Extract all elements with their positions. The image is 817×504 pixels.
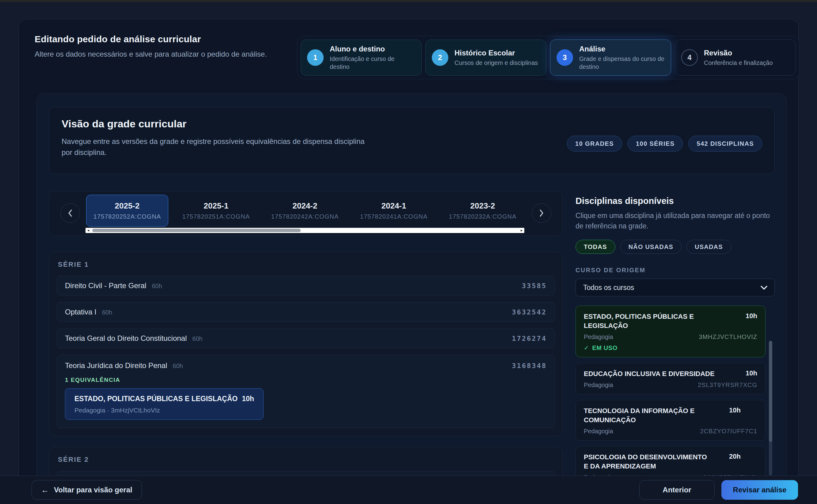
serie-1-label: SÉRIE 1 (58, 261, 555, 269)
discipline-card-title: PSICOLOGIA DO DESENVOLVIMENTO E DA APREN… (584, 453, 713, 471)
discipline-row[interactable]: Direito Civil - Parte Geral 60h 33585 (57, 276, 555, 295)
grid-overview-header: Visão da grade curricular Navegue entre … (49, 107, 775, 174)
grade-version-tabs: 2025-2 1757820252A:COGNA 2025-1 17578202… (49, 191, 563, 236)
discipline-hours: 60h (192, 335, 202, 342)
discipline-card-hours: 10h (746, 312, 757, 330)
review-analysis-button[interactable]: Revisar análise (721, 480, 798, 500)
disciplines-count-badge: 542 DISCIPLINAS (688, 136, 762, 152)
edit-analysis-card: Editando pedido de análise curricular Al… (18, 19, 799, 504)
grid-overview-title: Visão da grade curricular (62, 118, 762, 130)
version-tab-code: 1757820241A:COGNA (360, 213, 427, 220)
tabs-horizontal-scrollbar[interactable]: ◂ ▸ (85, 228, 524, 233)
grid-overview-description: Navegue entre as versões da grade e regi… (62, 136, 368, 158)
back-button-label: Voltar para visão geral (54, 486, 132, 494)
page-header: Editando pedido de análise curricular Al… (35, 34, 286, 59)
discipline-card-title: EDUCAÇÃO INCLUSIVA E DIVERSIDADE (584, 369, 715, 378)
filter-usadas[interactable]: USADAS (687, 240, 731, 254)
disciplines-list: ESTADO, POLITICAS PÚBLICAS E LEGISLAÇÃO … (575, 306, 766, 504)
tabs-prev-button[interactable] (60, 203, 80, 223)
tabs-next-button[interactable] (532, 203, 551, 223)
equivalence-meta: Pedagogia · 3mHzjVCtLhoVIz (74, 407, 254, 414)
discipline-card-code: 2CBZYO7IUFF7C1 (700, 428, 757, 435)
discipline-row[interactable]: Optativa I 60h 3632542 (57, 302, 555, 322)
discipline-card-code: 3MHZJVCTLHOVIZ (699, 333, 757, 340)
step-analise[interactable]: 3 Análise Grade e dispensas do curso de … (550, 39, 671, 76)
discipline-card-course: Pedagogia (584, 333, 613, 340)
sidebar-title: Disciplinas disponíveis (575, 196, 775, 206)
step-aluno-e-destino[interactable]: 1 Aluno e destino Identificação e curso … (301, 39, 422, 76)
footer-action-bar: ← Voltar para visão geral Anterior Revis… (0, 476, 817, 504)
step-3-number: 3 (556, 49, 573, 66)
discipline-hours: 60h (152, 283, 162, 290)
version-tab-2024-2[interactable]: 2024-2 1757820242A:COGNA (264, 195, 346, 227)
discipline-hours: 60h (102, 309, 112, 316)
discipline-card[interactable]: EDUCAÇÃO INCLUSIVA E DIVERSIDADE 10h Ped… (575, 363, 766, 394)
version-tab-2024-1[interactable]: 2024-1 1757820241A:COGNA (353, 195, 435, 227)
discipline-name: Teoria Jurídica do Direito Penal (65, 361, 167, 370)
version-tab-code: 1757820251A:COGNA (182, 213, 250, 220)
discipline-name: Direito Civil - Parte Geral (65, 281, 146, 290)
discipline-card[interactable]: TECNOLOGIA DA INFORMAÇÃO E COMUNICAÇÃO 1… (575, 400, 766, 441)
filter-nao-usadas[interactable]: NÃO USADAS (620, 240, 682, 254)
course-select-value: Todos os cursos (583, 284, 634, 292)
step-1-subtitle: Identificação e curso de destino (330, 55, 415, 71)
discipline-name: Optativa I (65, 308, 96, 316)
equivalence-hours: 10h (242, 395, 254, 403)
version-tab-2025-1[interactable]: 2025-1 1757820251A:COGNA (175, 195, 257, 227)
discipline-row[interactable]: Teoria Geral do Direito Constitucional 6… (57, 329, 555, 348)
version-tab-2023-2[interactable]: 2023-2 1757820232A:COGNA (442, 195, 524, 227)
grid-overview-badges: 10 GRADES 100 SÉRIES 542 DISCIPLINAS (567, 136, 762, 152)
step-4-number: 4 (681, 49, 698, 66)
scrollbar-thumb[interactable] (769, 341, 772, 442)
version-tab-year: 2024-1 (382, 201, 406, 211)
version-tabs-row: 2025-2 1757820252A:COGNA 2025-1 17578202… (86, 195, 524, 227)
review-button-label: Revisar análise (733, 486, 787, 494)
discipline-hours: 60h (173, 363, 183, 370)
step-4-title: Revisão (704, 49, 773, 57)
previous-button[interactable]: Anterior (639, 480, 715, 500)
serie-1-card: SÉRIE 1 Direito Civil - Parte Geral 60h … (49, 252, 563, 436)
step-1-title: Aluno e destino (330, 45, 415, 53)
page-subtitle: Altere os dados necessários e salve para… (35, 49, 286, 59)
discipline-code: 33585 (522, 282, 547, 290)
version-tab-year: 2024-2 (293, 201, 318, 211)
sidebar-description: Clique em uma disciplina já utilizada pa… (575, 210, 775, 231)
step-3-title: Análise (579, 45, 665, 53)
discipline-card-hours: 20h (729, 453, 741, 471)
filter-todas[interactable]: TODAS (575, 240, 616, 254)
previous-button-label: Anterior (663, 486, 691, 494)
discipline-card-in-use[interactable]: ESTADO, POLITICAS PÚBLICAS E LEGISLAÇÃO … (575, 306, 766, 357)
back-to-overview-button[interactable]: ← Voltar para visão geral (32, 480, 142, 500)
equivalence-chip[interactable]: ESTADO, POLITICAS PÚBLICAS E LEGISLAÇÃO1… (65, 388, 264, 420)
course-select[interactable]: Todos os cursos (575, 279, 775, 296)
discipline-code: 3632542 (512, 308, 547, 316)
step-1-number: 1 (307, 49, 324, 66)
serie-2-label: SÉRIE 2 (58, 456, 555, 464)
page-title: Editando pedido de análise curricular (35, 34, 286, 44)
disciplines-vertical-scrollbar[interactable] (769, 341, 772, 476)
in-use-status: ✓ EM USO (584, 344, 757, 352)
scroll-left-arrow-icon[interactable]: ◂ (85, 228, 91, 233)
series-count-badge: 100 SÉRIES (628, 136, 683, 152)
version-tab-2025-2[interactable]: 2025-2 1757820252A:COGNA (86, 195, 168, 227)
discipline-card-course: Pedagogia (584, 428, 613, 435)
step-historico-escolar[interactable]: 2 Histórico Escolar Cursos de origem e d… (425, 39, 546, 76)
discipline-filters: TODAS NÃO USADAS USADAS (575, 240, 775, 254)
version-tab-code: 1757820232A:COGNA (449, 213, 516, 220)
scrollbar-thumb[interactable] (92, 229, 301, 232)
discipline-card-title: TECNOLOGIA DA INFORMAÇÃO E COMUNICAÇÃO (584, 406, 706, 425)
version-tab-code: 1757820252A:COGNA (93, 213, 161, 220)
scroll-right-arrow-icon[interactable]: ▸ (519, 228, 524, 233)
discipline-code: 3168348 (512, 362, 547, 370)
discipline-row-with-equivalence[interactable]: Teoria Jurídica do Direito Penal 60h 316… (57, 355, 555, 428)
course-filter-label: CURSO DE ORIGEM (575, 267, 775, 274)
serie-1-rows: Direito Civil - Parte Geral 60h 33585 Op… (57, 276, 555, 428)
in-use-label: EM USO (592, 344, 618, 352)
discipline-card-hours: 10h (729, 406, 741, 425)
chevron-right-icon (538, 209, 544, 217)
step-revisao[interactable]: 4 Revisão Conferência e finalização (675, 39, 796, 76)
available-disciplines-panel: Disciplinas disponíveis Clique em uma di… (575, 196, 775, 504)
grid-view-panel: Visão da grade curricular Navegue entre … (36, 93, 787, 504)
wizard-stepper: 1 Aluno e destino Identificação e curso … (297, 36, 800, 79)
discipline-card-hours: 10h (746, 369, 757, 378)
